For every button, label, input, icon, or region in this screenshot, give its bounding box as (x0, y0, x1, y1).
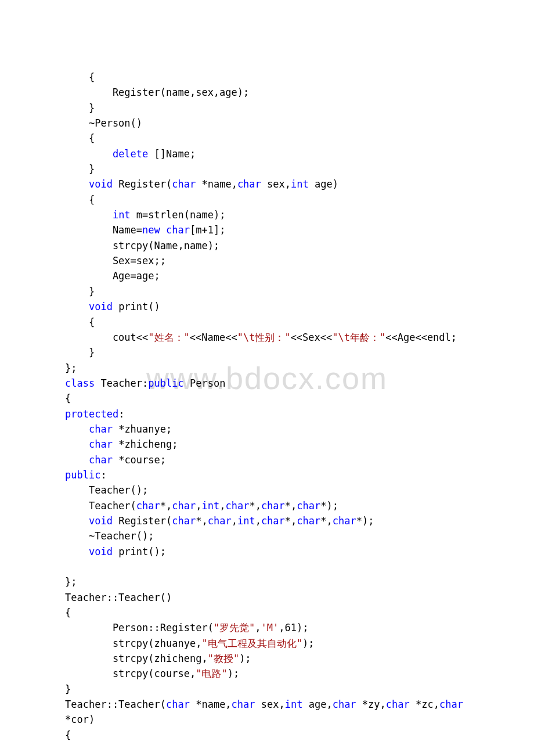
code-token-kw: char (261, 500, 285, 512)
code-token-kw: char (89, 454, 113, 466)
code-token-kw: void (89, 301, 113, 312)
code-token-str: "\t年龄：" (332, 332, 385, 343)
code-token-kw: char (208, 515, 232, 527)
code-token-kw: char (172, 178, 196, 190)
code-token-kw: char (89, 438, 113, 450)
code-token-kw: char (232, 699, 255, 710)
code-token-kw: char (166, 699, 190, 710)
code-token-str: "电路" (196, 668, 227, 679)
code-token-kw: char (89, 423, 113, 435)
code-token-kw: int (285, 699, 303, 710)
code-token-kw: int (113, 209, 131, 221)
code-token-kw: protected (65, 408, 118, 420)
code-token-str: "\t性别：" (237, 332, 291, 343)
code-token-kw: char (439, 699, 463, 710)
code-token-kw: class (65, 377, 95, 389)
code-token-kw: char (333, 699, 356, 710)
code-token-str: "教授" (208, 653, 239, 664)
code-token-kw: char (386, 699, 410, 710)
code-token-kw: public (65, 469, 100, 481)
code-token-kw: char (297, 500, 320, 512)
code-token-kw: void (89, 546, 113, 557)
code-token-kw: int (237, 515, 255, 527)
code-token-str: "电气工程及其自动化" (201, 638, 302, 649)
code-token-kw: char (172, 500, 196, 512)
code-token-kw: int (291, 178, 309, 190)
code-token-kw: void (89, 178, 113, 190)
code-token-str: "罗先觉" (214, 622, 255, 633)
code-token-kw: delete (113, 148, 148, 160)
code-token-kw: void (89, 515, 113, 527)
code-token-kw: char (225, 500, 249, 512)
code-token-chr: 'M' (261, 622, 279, 633)
code-token-kw: int (201, 500, 219, 512)
code-token-kw: char (297, 515, 320, 527)
code-token-kw: char (166, 224, 190, 236)
code-token-kw: char (172, 515, 196, 527)
code-token-kw: char (333, 515, 356, 527)
code-token-str: "姓名：" (148, 332, 189, 343)
code-token-kw: char (136, 500, 160, 512)
code-listing: { Register(name,sex,age); } ~Person() { … (65, 70, 469, 743)
code-token-kw: new (142, 224, 160, 236)
code-token-kw: char (237, 178, 261, 190)
code-token-kw: char (261, 515, 285, 527)
code-token-kw: public (148, 377, 183, 389)
